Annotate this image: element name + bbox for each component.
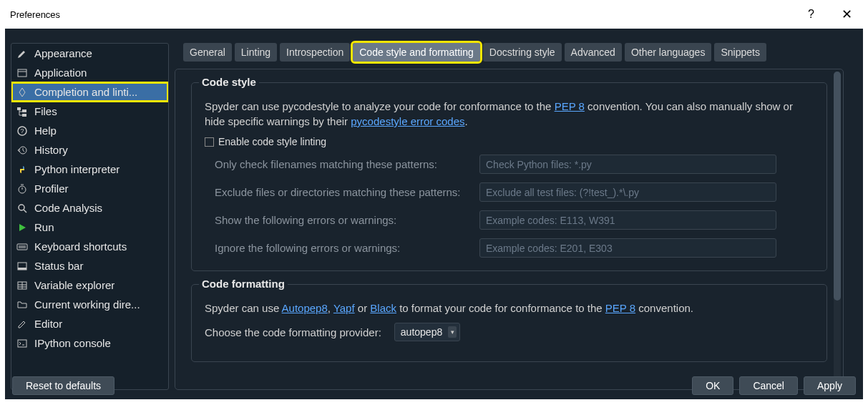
window-icon xyxy=(16,67,29,79)
tab-introspection[interactable]: Introspection xyxy=(280,43,350,62)
tab-code-style-and-formatting[interactable]: Code style and formatting xyxy=(353,43,480,62)
black-link[interactable]: Black xyxy=(370,302,396,314)
field-label: Exclude files or directories matching th… xyxy=(215,186,479,198)
cancel-button[interactable]: Cancel xyxy=(739,376,798,395)
sidebar-item-label: Profiler xyxy=(34,182,164,195)
check-filenames-input[interactable] xyxy=(479,155,776,174)
text: or xyxy=(355,302,371,314)
sidebar-item-history[interactable]: History xyxy=(11,140,168,160)
sidebar-item-completion-and-linti[interactable]: Completion and linti... xyxy=(11,82,168,102)
help-icon: ? xyxy=(16,125,29,137)
tab-linting[interactable]: Linting xyxy=(235,43,277,62)
sidebar-item-label: Current working dire... xyxy=(34,298,164,311)
sidebar-item-application[interactable]: Application xyxy=(11,63,168,82)
code-style-group: Code style Spyder can use pycodestyle to… xyxy=(191,82,827,271)
sidebar-item-code-analysis[interactable]: Code Analysis xyxy=(11,198,168,218)
history-icon xyxy=(16,144,29,157)
formatter-label: Choose the code formatting provider: xyxy=(205,326,381,338)
formatter-row: Choose the code formatting provider: aut… xyxy=(205,323,814,341)
tabs: GeneralLintingIntrospectionCode style an… xyxy=(183,43,858,62)
text: , xyxy=(328,302,333,314)
sidebar-item-run[interactable]: Run xyxy=(11,218,168,237)
sidebar-item-status-bar[interactable]: Status bar xyxy=(11,256,168,275)
magnify-icon xyxy=(16,202,29,215)
sidebar-item-python-interpreter[interactable]: Python interpreter xyxy=(11,160,168,179)
scrollbar[interactable] xyxy=(834,72,841,388)
keyboard-icon xyxy=(16,240,29,253)
svg-rect-3 xyxy=(22,109,26,112)
app-body: AppearanceApplicationCompletion and lint… xyxy=(5,29,863,399)
apply-button[interactable]: Apply xyxy=(804,376,856,395)
sidebar-item-current-working-dire[interactable]: Current working dire... xyxy=(11,295,168,314)
statusbar-icon xyxy=(16,260,29,273)
scrollbar-thumb[interactable] xyxy=(834,72,841,301)
sidebar-item-help[interactable]: ?Help xyxy=(11,121,168,140)
sidebar-item-label: Run xyxy=(34,221,164,233)
table-icon xyxy=(16,279,29,292)
text: convention. xyxy=(635,302,693,314)
formatter-select[interactable]: autopep8 ▾ xyxy=(394,323,460,341)
window-title: Preferences xyxy=(10,9,60,20)
svg-rect-13 xyxy=(17,244,27,250)
text: Spyder can use xyxy=(205,302,282,314)
edit-icon xyxy=(16,318,29,331)
titlebar: Preferences ? ✕ xyxy=(0,0,868,29)
sidebar-item-label: Editor xyxy=(34,318,164,330)
reset-defaults-button[interactable]: Reset to defaults xyxy=(12,376,114,395)
code-formatting-legend: Code formatting xyxy=(199,278,288,290)
pep8-link[interactable]: PEP 8 xyxy=(555,100,585,112)
python-icon xyxy=(16,163,29,176)
terminal-icon xyxy=(16,337,29,350)
sidebar-item-label: History xyxy=(34,144,164,156)
text: Spyder can use pycodestyle to analyze yo… xyxy=(205,100,555,112)
sidebar-item-label: Variable explorer xyxy=(34,279,164,291)
help-icon[interactable]: ? xyxy=(808,8,814,21)
pycodestyle-codes-link[interactable]: pycodestyle error codes xyxy=(351,115,464,127)
svg-point-11 xyxy=(19,205,24,210)
sidebar-item-appearance[interactable]: Appearance xyxy=(11,44,168,63)
text: to format your code for conformance to t… xyxy=(396,302,605,314)
field-label: Ignore the following errors or warnings: xyxy=(215,242,479,254)
show-errors-input[interactable] xyxy=(479,210,776,230)
svg-rect-22 xyxy=(18,340,26,347)
select-value: autopep8 xyxy=(401,326,442,338)
sidebar-item-variable-explorer[interactable]: Variable explorer xyxy=(11,275,168,295)
chevron-down-icon: ▾ xyxy=(448,326,457,338)
close-icon[interactable]: ✕ xyxy=(836,4,858,25)
sidebar-item-label: Application xyxy=(34,67,164,79)
diamond-icon xyxy=(16,86,29,99)
tab-content: Code style Spyder can use pycodestyle to… xyxy=(175,69,844,390)
tab-general[interactable]: General xyxy=(183,43,232,62)
sidebar-item-label: Appearance xyxy=(34,47,164,59)
pep8-link[interactable]: PEP 8 xyxy=(605,302,635,314)
tab-docstring-style[interactable]: Docstring style xyxy=(483,43,562,62)
sidebar-item-editor[interactable]: Editor xyxy=(11,314,168,333)
autopep8-link[interactable]: Autopep8 xyxy=(282,302,328,314)
tab-advanced[interactable]: Advanced xyxy=(565,43,622,62)
sidebar-item-files[interactable]: Files xyxy=(11,102,168,121)
footer: Reset to defaults OK Cancel Apply xyxy=(5,372,863,399)
svg-rect-4 xyxy=(22,114,26,117)
ignore-errors-input[interactable] xyxy=(479,238,776,258)
svg-rect-2 xyxy=(17,107,21,110)
svg-rect-0 xyxy=(18,69,26,77)
tab-snippets[interactable]: Snippets xyxy=(714,43,766,62)
exclude-files-input[interactable] xyxy=(479,182,776,202)
sidebar-item-label: Keyboard shortcuts xyxy=(34,240,164,253)
sidebar-item-label: Code Analysis xyxy=(34,202,164,214)
tab-other-languages[interactable]: Other languages xyxy=(625,43,712,62)
main-panel: GeneralLintingIntrospectionCode style an… xyxy=(175,43,858,390)
text: . xyxy=(465,115,468,127)
sidebar-item-label: Completion and linti... xyxy=(34,86,164,98)
ok-button[interactable]: OK xyxy=(692,376,733,395)
sidebar-item-label: Help xyxy=(34,125,164,137)
enable-linting-checkbox[interactable]: Enable code style linting xyxy=(205,136,814,147)
svg-rect-17 xyxy=(18,268,26,270)
code-style-legend: Code style xyxy=(199,76,259,88)
checkbox-icon xyxy=(205,137,214,147)
sidebar-item-profiler[interactable]: Profiler xyxy=(11,179,168,198)
yapf-link[interactable]: Yapf xyxy=(333,302,355,314)
sidebar-item-ipython-console[interactable]: IPython console xyxy=(11,333,168,353)
code-style-description: Spyder can use pycodestyle to analyze yo… xyxy=(205,99,814,129)
sidebar-item-keyboard-shortcuts[interactable]: Keyboard shortcuts xyxy=(11,237,168,256)
